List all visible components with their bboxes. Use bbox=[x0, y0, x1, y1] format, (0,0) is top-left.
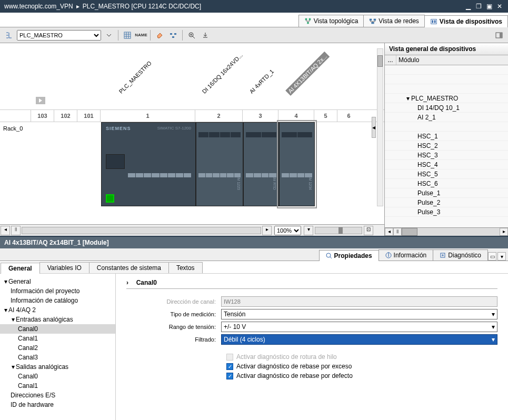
device-select-arrow[interactable] bbox=[103, 29, 115, 41]
zoom-slider[interactable] bbox=[315, 227, 362, 234]
device-select[interactable]: PLC_MAESTRO bbox=[17, 30, 101, 41]
overview-col-module[interactable]: Módulo bbox=[396, 55, 508, 65]
tree-node[interactable]: Canal1 bbox=[0, 381, 115, 391]
section-arrow[interactable]: › bbox=[126, 279, 133, 286]
restore-button[interactable]: ❐ bbox=[474, 2, 483, 11]
slot-1[interactable]: 1 bbox=[100, 110, 195, 122]
tree-node[interactable]: Canal0 bbox=[0, 324, 115, 334]
overview-row[interactable]: HSC_5 bbox=[385, 169, 508, 179]
subtab-variables[interactable]: Variables IO bbox=[39, 262, 89, 273]
toolbar-btn-save[interactable] bbox=[200, 29, 211, 41]
slot-3[interactable]: 3 bbox=[242, 110, 278, 122]
ov-scroll-left2[interactable]: ⦀ bbox=[393, 228, 402, 236]
overview-row[interactable]: Pulse_2 bbox=[385, 198, 508, 207]
tree-node[interactable]: Canal0 bbox=[0, 372, 115, 381]
overview-row[interactable]: AI 2_1 bbox=[385, 113, 508, 122]
chevron-down-icon: ▾ bbox=[492, 323, 495, 331]
slot-2[interactable]: 2 bbox=[195, 110, 242, 122]
tree-node[interactable]: ▾Salidas analógicas bbox=[0, 362, 115, 372]
overview-body[interactable]: ▾PLC_MAESTRODI 14/DQ 10_1AI 2_1HSC_1HSC_… bbox=[385, 65, 508, 227]
tree-node[interactable]: Direcciones E/S bbox=[0, 391, 115, 400]
toolbar-btn-name[interactable]: NAME bbox=[135, 29, 147, 41]
overview-row[interactable]: HSC_3 bbox=[385, 151, 508, 160]
slot-6[interactable]: 6 bbox=[337, 110, 360, 122]
hscroll-right[interactable]: ▸ bbox=[262, 226, 272, 235]
panel-collapse-handle[interactable]: ◂ bbox=[372, 117, 376, 138]
tab-topology-view[interactable]: Vista topológica bbox=[298, 15, 364, 27]
overview-row[interactable]: Pulse_3 bbox=[385, 207, 508, 217]
plc-cpu-module[interactable]: SIEMENS SIMATIC S7-1200 bbox=[101, 122, 196, 206]
minimize-button[interactable]: ▁ bbox=[464, 2, 472, 11]
tab-info[interactable]: i Información bbox=[378, 249, 434, 261]
tree-node[interactable]: Información del proyecto bbox=[0, 286, 115, 296]
select-filter[interactable]: Débil (4 ciclos)▾ bbox=[221, 334, 497, 345]
overview-row[interactable]: Pulse_1 bbox=[385, 188, 508, 198]
tab-device-view[interactable]: Vista de dispositivos bbox=[424, 15, 508, 27]
overview-hscroll[interactable]: ◂ ⦀ ▸ bbox=[385, 227, 508, 236]
tab-network-view[interactable]: Vista de redes bbox=[363, 15, 425, 27]
subtab-constants[interactable]: Constantes de sistema bbox=[89, 262, 169, 273]
tab-diagnostics[interactable]: Diagnóstico bbox=[433, 249, 488, 261]
close-button[interactable]: ✕ bbox=[495, 2, 504, 11]
cpu-port-selected[interactable] bbox=[106, 194, 114, 203]
ov-scroll-right[interactable]: ▸ bbox=[500, 228, 508, 236]
subtab-general[interactable]: General bbox=[1, 263, 40, 274]
select-measure-type[interactable]: Tensión▾ bbox=[221, 309, 497, 319]
toolbar-btn-grid[interactable] bbox=[122, 29, 133, 41]
module-slot-2[interactable]: SM 1223 bbox=[196, 122, 243, 206]
overview-col-expand[interactable]: ... bbox=[385, 55, 396, 65]
overview-row[interactable]: HSC_6 bbox=[385, 179, 508, 188]
toolbar-btn-layout[interactable] bbox=[167, 29, 179, 41]
toolbar-btn-eraser[interactable] bbox=[154, 29, 165, 41]
zoom-bar: ◂ ⦀ ▸ 100% ▾ ⊡ bbox=[0, 224, 384, 236]
canvas-vscroll[interactable] bbox=[377, 48, 383, 206]
module-slot-4-selected[interactable]: SM 1234 bbox=[279, 122, 315, 206]
module-slot-3[interactable]: SM RTD bbox=[243, 122, 279, 206]
breadcrumb-part-1: www.tecnoplc.com_VPN bbox=[4, 3, 73, 10]
expander-icon[interactable]: ▾ bbox=[405, 95, 411, 102]
toolbar-btn-panel[interactable] bbox=[493, 29, 505, 41]
inspector-layout-btn1[interactable]: ▭ bbox=[488, 252, 496, 261]
zoom-select[interactable]: 100% bbox=[274, 226, 301, 235]
hscroll-left[interactable]: ◂ bbox=[1, 226, 10, 235]
slot-5[interactable]: 5 bbox=[314, 110, 337, 122]
play-button[interactable] bbox=[36, 97, 45, 104]
tree-node[interactable]: ▾Entradas analógicas bbox=[0, 315, 115, 324]
tab-properties[interactable]: Propiedades bbox=[319, 250, 379, 261]
slot-103[interactable]: 103 bbox=[31, 110, 54, 122]
hscroll-track[interactable] bbox=[22, 227, 261, 234]
select-voltage-range[interactable]: +/- 10 V▾ bbox=[221, 322, 497, 332]
overview-row[interactable] bbox=[385, 122, 508, 132]
inspector-layout-btn2[interactable]: ▾ bbox=[497, 252, 506, 261]
tree-node[interactable]: Canal2 bbox=[0, 343, 115, 353]
property-tree[interactable]: ▾GeneralInformación del proyectoInformac… bbox=[0, 274, 116, 420]
zoom-fit[interactable]: ⊡ bbox=[364, 226, 373, 235]
maximize-button[interactable]: ▣ bbox=[485, 2, 493, 11]
slot-101[interactable]: 101 bbox=[77, 110, 100, 122]
zoom-dropdown[interactable]: ▾ bbox=[304, 226, 313, 235]
overview-row[interactable]: ▾PLC_MAESTRO bbox=[385, 94, 508, 103]
subtab-texts[interactable]: Textos bbox=[168, 262, 203, 273]
svg-rect-5 bbox=[372, 22, 374, 24]
plc-assembly: SIEMENS SIMATIC S7-1200 SM 1223 SM RTD bbox=[101, 122, 315, 206]
slot-102[interactable]: 102 bbox=[54, 110, 77, 122]
tree-node[interactable]: ▾General bbox=[0, 277, 115, 286]
slot-4[interactable]: 4 bbox=[278, 110, 314, 122]
overview-row[interactable]: HSC_2 bbox=[385, 141, 508, 151]
device-canvas[interactable]: PLC_MAESTRO DI 16/DQ 16x24VD... AI 4xRTD… bbox=[0, 43, 384, 224]
hscroll-left2[interactable]: ⦀ bbox=[11, 226, 21, 235]
overview-row[interactable]: HSC_4 bbox=[385, 160, 508, 169]
checkbox-underflow[interactable]: ✓ Activar diagnóstico de rebase por defe… bbox=[226, 372, 497, 379]
toolbar-btn-1[interactable] bbox=[3, 29, 15, 41]
overview-row[interactable]: HSC_1 bbox=[385, 132, 508, 141]
ov-scroll-left[interactable]: ◂ bbox=[385, 228, 393, 236]
tree-node[interactable]: ▾AI 4/AQ 2 bbox=[0, 305, 115, 315]
tree-node[interactable]: Información de catálogo bbox=[0, 296, 115, 305]
checkbox-icon bbox=[226, 354, 233, 361]
tree-node[interactable]: Canal1 bbox=[0, 334, 115, 343]
toolbar-btn-zoom[interactable] bbox=[186, 29, 197, 41]
overview-row[interactable]: DI 14/DQ 10_1 bbox=[385, 103, 508, 113]
tree-node[interactable]: Canal3 bbox=[0, 353, 115, 362]
checkbox-overflow[interactable]: ✓ Activar diagnóstico de rebase por exce… bbox=[226, 363, 497, 370]
tree-node[interactable]: ID de hardware bbox=[0, 400, 115, 409]
